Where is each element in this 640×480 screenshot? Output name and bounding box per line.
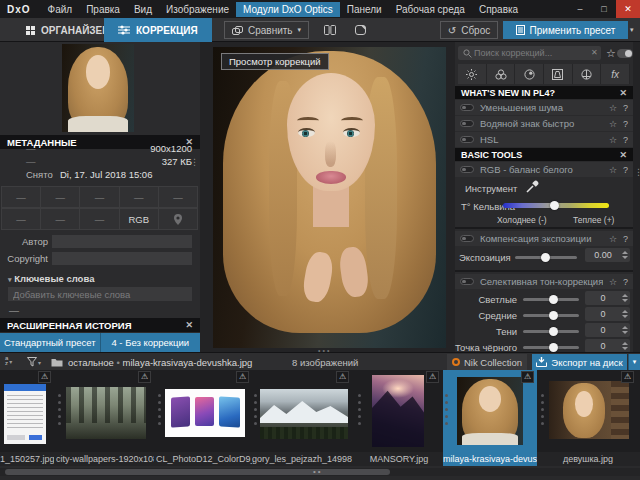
tab-correction[interactable]: КОРРЕКЦИЯ: [104, 18, 212, 42]
filter-button[interactable]: ▾: [27, 357, 41, 367]
active-corrections-toggle[interactable]: [617, 49, 633, 58]
export-dropdown-caret[interactable]: ▾: [628, 354, 640, 370]
thumbnail-2[interactable]: ⚠: [56, 370, 154, 452]
author-field[interactable]: [52, 235, 192, 248]
thumbnail-7[interactable]: ⚠: [539, 370, 637, 452]
menu-dxo-optics-modules[interactable]: Модули DxO Optics: [236, 2, 340, 17]
shadows-spinbox[interactable]: 0: [585, 323, 630, 337]
rating-dots[interactable]: [158, 394, 161, 425]
exposure-slider-knob[interactable]: [541, 253, 550, 262]
selective-tone-toggle[interactable]: [460, 278, 474, 285]
midtones-slider[interactable]: [523, 314, 579, 317]
image-preview-thumbnail[interactable]: [62, 44, 134, 132]
search-clear-icon[interactable]: ✕: [591, 48, 598, 57]
menu-help[interactable]: Справка: [472, 2, 525, 17]
white-balance-row[interactable]: RGB - баланс белого ☆ ?: [455, 162, 633, 177]
menu-workspace[interactable]: Рабочая среда: [389, 2, 472, 17]
scrollbar-grip-dots[interactable]: ••: [313, 469, 323, 475]
rating-dots[interactable]: [541, 394, 544, 425]
menu-view[interactable]: Вид: [127, 2, 159, 17]
menu-panels[interactable]: Панели: [340, 2, 389, 17]
watermark-toggle[interactable]: [460, 120, 474, 127]
color-palette-button[interactable]: [487, 64, 516, 84]
right-panel-scrollbar[interactable]: ⋮: [633, 42, 640, 352]
basic-tools-close-icon[interactable]: ✕: [619, 150, 627, 160]
main-photo[interactable]: Просмотр коррекций: [213, 47, 446, 348]
rating-dots[interactable]: [58, 394, 61, 425]
local-adjustments-palette-button[interactable]: [573, 64, 602, 84]
rating-dots[interactable]: [254, 394, 257, 425]
copyright-field[interactable]: [52, 252, 192, 265]
close-button[interactable]: ✕: [616, 0, 640, 18]
noise-reduction-toggle[interactable]: [460, 104, 474, 111]
filmstrip-scrollbar-thumb[interactable]: [5, 469, 390, 475]
selective-tone-row[interactable]: Селективная тон-коррекция ☆ ?: [455, 274, 633, 289]
spinner-arrows-icon[interactable]: [621, 251, 630, 259]
menu-image[interactable]: Изображение: [159, 2, 236, 17]
rating-dots[interactable]: [445, 394, 448, 425]
current-folder[interactable]: остальное: [68, 357, 114, 368]
exposure-slider[interactable]: [515, 256, 577, 259]
fullscreen-view-button[interactable]: [348, 21, 372, 39]
minimize-button[interactable]: –: [568, 0, 592, 18]
apply-preset-dropdown-caret[interactable]: ▾: [630, 26, 634, 34]
effects-palette-button[interactable]: fx: [601, 64, 630, 84]
exposure-toggle[interactable]: [460, 235, 474, 242]
help-icon[interactable]: ?: [623, 165, 628, 175]
favorite-star-icon[interactable]: ☆: [609, 103, 617, 113]
hsl-row[interactable]: HSL ☆ ?: [455, 132, 633, 147]
highlights-slider[interactable]: [523, 298, 579, 301]
thumbnail-5[interactable]: ⚠: [356, 370, 442, 452]
compare-button[interactable]: Сравнить ▾: [224, 21, 309, 39]
white-balance-toggle[interactable]: [460, 166, 474, 173]
thumbnail-1[interactable]: ⚠: [0, 370, 54, 452]
thumbnail-3[interactable]: ⚠: [156, 370, 252, 452]
kelvin-slider[interactable]: [503, 203, 609, 208]
rating-dots[interactable]: [358, 394, 361, 425]
advanced-history-close-icon[interactable]: ✕: [185, 320, 193, 330]
help-icon[interactable]: ?: [623, 119, 628, 129]
black-point-slider[interactable]: [523, 346, 579, 349]
sort-button[interactable]: az ▾: [5, 356, 12, 366]
favorites-filter-star[interactable]: ☆: [606, 47, 616, 60]
light-palette-button[interactable]: [458, 64, 487, 84]
favorite-star-icon[interactable]: ☆: [609, 234, 617, 244]
eyedropper-icon[interactable]: [525, 180, 539, 194]
whats-new-close-icon[interactable]: ✕: [619, 88, 627, 98]
help-icon[interactable]: ?: [623, 103, 628, 113]
split-view-button[interactable]: [318, 21, 342, 39]
add-keywords-input[interactable]: [8, 287, 192, 301]
highlights-spinbox[interactable]: 0: [585, 291, 630, 305]
favorite-star-icon[interactable]: ☆: [609, 135, 617, 145]
menu-edit[interactable]: Правка: [79, 2, 127, 17]
export-to-disk-button[interactable]: Экспорт на диск: [532, 354, 627, 370]
geolocation-cell[interactable]: [158, 208, 198, 230]
midtones-spinbox[interactable]: 0: [585, 307, 630, 321]
watermark-row[interactable]: Водяной знак быстро ☆ ?: [455, 116, 633, 131]
filmstrip-scrollbar[interactable]: ••: [0, 468, 640, 476]
keywords-section-header[interactable]: ▾ Ключевые слова: [8, 273, 94, 284]
nik-collection-button[interactable]: Nik Collection: [447, 354, 527, 370]
help-icon[interactable]: ?: [623, 277, 628, 287]
favorite-star-icon[interactable]: ☆: [609, 277, 617, 287]
geometry-palette-button[interactable]: [544, 64, 573, 84]
search-corrections-input[interactable]: [458, 46, 601, 60]
favorite-star-icon[interactable]: ☆: [609, 165, 617, 175]
favorite-star-icon[interactable]: ☆: [609, 119, 617, 129]
menu-file[interactable]: Файл: [41, 2, 80, 17]
help-icon[interactable]: ?: [623, 135, 628, 145]
thumbnail-4[interactable]: ⚠: [252, 370, 352, 452]
kelvin-slider-knob[interactable]: [550, 201, 559, 210]
help-icon[interactable]: ?: [623, 234, 628, 244]
maximize-button[interactable]: □: [592, 0, 616, 18]
thumbnail-6-selected[interactable]: ⚠: [443, 370, 537, 452]
right-panel-scroll-handle[interactable]: ⋮: [634, 170, 640, 174]
hsl-toggle[interactable]: [460, 136, 474, 143]
keywords-collapse-caret[interactable]: ▾: [8, 276, 12, 283]
exposure-spinbox[interactable]: 0.00: [585, 248, 630, 262]
apply-preset-button[interactable]: Применить пресет: [503, 21, 628, 39]
history-no-correction-preset[interactable]: 4 - Без коррекции: [100, 333, 201, 352]
black-point-spinbox[interactable]: 0: [585, 339, 630, 353]
reset-button[interactable]: ↺ Сброс: [440, 21, 498, 39]
shadows-slider[interactable]: [523, 330, 579, 333]
